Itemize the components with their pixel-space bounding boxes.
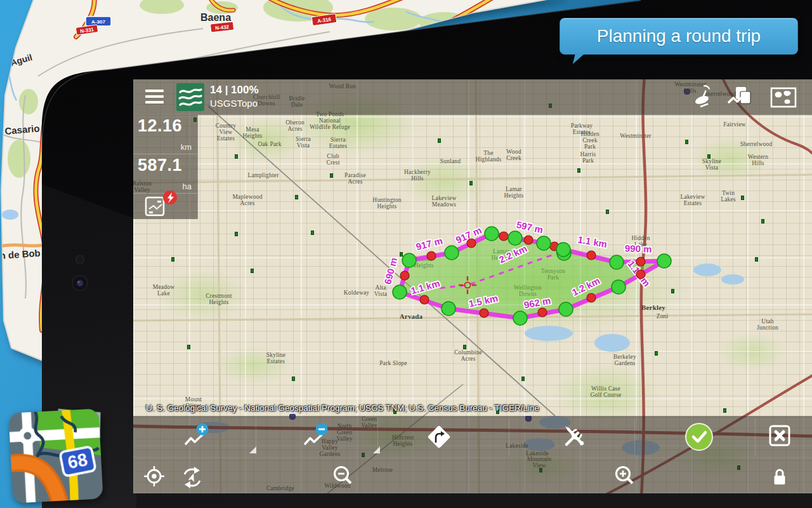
zoom-in-button[interactable] bbox=[606, 457, 642, 493]
maps-stack-icon[interactable] bbox=[724, 82, 754, 112]
zoom-out-button[interactable] bbox=[325, 457, 360, 493]
tablet-camera-small bbox=[76, 256, 84, 264]
feature-callout: Planning a round trip bbox=[560, 18, 798, 55]
close-button[interactable] bbox=[762, 418, 797, 453]
map-attribution: U. S. Geological Survey - National Geosp… bbox=[146, 403, 539, 413]
callout-text: Planning a round trip bbox=[597, 26, 761, 46]
route-stats-panel: 12.16 km 587.1 ha bbox=[133, 115, 198, 219]
distance-value: 12.16 bbox=[138, 116, 182, 136]
map-controls-toolbar bbox=[133, 457, 812, 493]
app-screen: Wood RunChurchhill DownsBridle DaleObero… bbox=[133, 79, 812, 493]
locus-app-icon: 68 bbox=[6, 406, 105, 505]
add-route-point-button[interactable] bbox=[179, 418, 214, 454]
quick-map-switch[interactable] bbox=[133, 194, 197, 219]
rotate-map-button[interactable] bbox=[174, 460, 210, 493]
distance-stat: 12.16 km bbox=[133, 115, 197, 154]
scene: A-307 N-331 N-432 A-316 N-323 bbox=[0, 0, 812, 508]
top-bar: 14 | 100% USGSTopo bbox=[133, 79, 812, 115]
route-shield-badge: 68 bbox=[66, 450, 89, 472]
tools-button[interactable] bbox=[556, 419, 592, 455]
remove-route-point-button[interactable] bbox=[298, 418, 334, 454]
active-map-name: USGSTopo bbox=[210, 98, 258, 109]
map-provider-logo[interactable] bbox=[176, 83, 204, 111]
world-map-icon[interactable] bbox=[768, 82, 799, 112]
gps-locate-button[interactable] bbox=[136, 458, 172, 493]
distance-unit: km bbox=[181, 142, 192, 152]
confirm-button[interactable] bbox=[681, 419, 717, 455]
menu-icon[interactable] bbox=[143, 87, 166, 107]
satellite-icon[interactable] bbox=[687, 82, 717, 112]
navigate-route-button[interactable] bbox=[421, 419, 457, 455]
route-points-count: 14 | 100% bbox=[210, 84, 259, 97]
area-stat: 587.1 ha bbox=[133, 154, 197, 194]
area-value: 587.1 bbox=[138, 156, 182, 175]
long-press-indicator bbox=[249, 446, 256, 453]
lock-button[interactable] bbox=[762, 460, 797, 493]
long-press-indicator bbox=[373, 446, 380, 453]
route-planner-toolbar bbox=[133, 416, 812, 457]
